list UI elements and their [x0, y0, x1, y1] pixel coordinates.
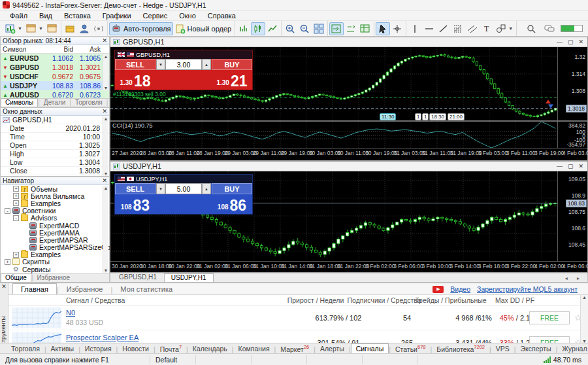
- channel-button[interactable]: [465, 22, 480, 35]
- chevron-down-icon[interactable]: ▼: [508, 26, 513, 31]
- column-header[interactable]: Символ: [1, 46, 48, 53]
- navigator-item[interactable]: ExpertMACD: [1, 222, 109, 229]
- menu-item[interactable]: Справка: [202, 11, 242, 20]
- column-header[interactable]: Bid: [48, 46, 75, 53]
- navigator-item[interactable]: +Examples: [1, 200, 109, 207]
- signal-row[interactable]: N048 033 USD613.79% / 102544 968 /61%45%…: [8, 305, 580, 330]
- toolbox-tab-Активы[interactable]: Активы: [46, 344, 79, 353]
- status-latency[interactable]: 48.70 ms: [553, 356, 581, 364]
- market-watch-row[interactable]: ▼USDCHF0.96720.9675: [1, 72, 109, 81]
- tab-Торговля[interactable]: Торговля: [71, 99, 106, 107]
- navigator-item[interactable]: ⚙Сервисы: [1, 266, 109, 273]
- buy-price[interactable]: 10886: [212, 194, 252, 214]
- usdjpy-chart-body[interactable]: 109.05108.9108.75108.6108.45108.8330 Jan…: [110, 171, 587, 272]
- vline-button[interactable]: [408, 22, 422, 35]
- menu-item[interactable]: Вставка: [58, 11, 97, 20]
- candle-chart-button[interactable]: [251, 22, 265, 35]
- text-tool-button[interactable]: T: [480, 22, 494, 35]
- toolbox-tab-Торговля[interactable]: Торговля: [7, 344, 44, 353]
- one-click-header[interactable]: GBPUSD,H1: [115, 50, 252, 59]
- tab-Избранное[interactable]: Избранное: [33, 274, 74, 282]
- toolbox-tab-Сигналы[interactable]: Сигналы: [351, 343, 389, 353]
- person-button[interactable]: [77, 22, 91, 35]
- sell-button[interactable]: SELL: [115, 59, 155, 70]
- buy-button[interactable]: BUY: [212, 183, 252, 194]
- crosshair-button[interactable]: [390, 22, 404, 35]
- new-chart-button[interactable]: ▼: [3, 22, 24, 35]
- cursor-button[interactable]: [376, 22, 390, 35]
- minimize-icon[interactable]: —: [557, 163, 563, 169]
- sell-button[interactable]: SELL: [115, 183, 155, 194]
- video-icon[interactable]: ▶: [433, 286, 444, 293]
- video-link[interactable]: Видео: [450, 285, 470, 293]
- toolbox-tab-Алерты[interactable]: Алерты: [316, 344, 349, 353]
- toolbox-tab-Библиотека[interactable]: Библиотека7202: [432, 343, 489, 354]
- favorite-star-icon[interactable]: ☆: [574, 313, 580, 322]
- volume-input[interactable]: 3.00: [165, 59, 202, 70]
- expand-icon[interactable]: +: [13, 252, 19, 258]
- market-watch-row[interactable]: ▼GBPUSD1.30181.3021: [1, 63, 109, 72]
- market-watch-row[interactable]: ▲EURUSD1.10621.1065: [1, 54, 109, 63]
- search-button[interactable]: [524, 22, 538, 35]
- expand-icon[interactable]: +: [13, 193, 19, 199]
- chart-tab-scroll-arrows[interactable]: ◂ ▸: [561, 275, 587, 282]
- hline-button[interactable]: [422, 22, 436, 35]
- shapes-button[interactable]: ▼: [494, 22, 515, 35]
- toolbox-tab-Статьи[interactable]: Статьи678: [391, 343, 431, 354]
- toolbox-tab-Новости[interactable]: Новости: [118, 344, 154, 353]
- profiles-button[interactable]: [45, 22, 59, 35]
- fibo-button[interactable]: [451, 22, 465, 35]
- chart-tab-GBPUSD,H1[interactable]: GBPUSD,H1: [112, 273, 164, 282]
- collapse-icon[interactable]: -: [5, 208, 10, 214]
- open-position-label[interactable]: #113192303 sell 3.00: [113, 91, 166, 97]
- volume-up-button[interactable]: ▲: [202, 183, 211, 194]
- one-click-header[interactable]: USDJPY,H1: [115, 175, 252, 183]
- toolbox-tab-Почта[interactable]: Почта7: [155, 343, 186, 354]
- menu-item[interactable]: Окно: [173, 11, 202, 20]
- signals-tab-1[interactable]: Избранное: [59, 284, 111, 294]
- sell-price[interactable]: 1.3018: [115, 70, 155, 90]
- chevron-down-icon[interactable]: ▼: [18, 26, 22, 31]
- buy-price[interactable]: 1.3021: [212, 70, 252, 90]
- zoom-in-button[interactable]: [283, 22, 297, 35]
- navigator-item[interactable]: -Advisors: [1, 215, 109, 222]
- chart-window-titlebar[interactable]: USDJPY,H1 —▢✕: [110, 162, 587, 171]
- volume-down-button[interactable]: ▼: [156, 59, 165, 70]
- signals-tab-2[interactable]: Моя статистика: [112, 284, 180, 294]
- line-chart-button[interactable]: [265, 22, 280, 35]
- toolbox-tab-Эксперты[interactable]: Эксперты: [516, 344, 556, 353]
- menu-item[interactable]: Графики: [97, 11, 137, 20]
- chevron-down-icon[interactable]: ▼: [39, 26, 43, 31]
- toolbox-tab-Маркет[interactable]: Маркет26: [276, 343, 314, 354]
- signal-name-link[interactable]: N0: [66, 309, 75, 317]
- wallet-button[interactable]: [63, 22, 77, 35]
- navigator-item[interactable]: +Examples: [1, 251, 109, 258]
- signals-scrollbar[interactable]: ▲▼: [580, 295, 588, 343]
- toolbox-tab-Компания[interactable]: Компания: [234, 344, 274, 353]
- signals-column-label[interactable]: Сигнал / Средства: [66, 296, 125, 304]
- toolbox-tab-История[interactable]: История: [80, 344, 116, 353]
- expand-icon[interactable]: +: [13, 200, 19, 206]
- auto-scroll-button[interactable]: [344, 22, 358, 35]
- expand-icon[interactable]: +: [13, 186, 19, 192]
- market-watch-scrollbar[interactable]: ▲▼: [103, 54, 108, 90]
- new-order-button[interactable]: Новый ордер: [173, 22, 234, 35]
- navigator-scrollbar[interactable]: ▲▼: [103, 186, 108, 273]
- signal-button[interactable]: [91, 22, 106, 35]
- close-icon[interactable]: ✕: [102, 109, 107, 114]
- chat-button[interactable]: [542, 22, 557, 35]
- signals-column-label[interactable]: Max DD / PF: [472, 296, 557, 304]
- volume-up-button[interactable]: ▲: [202, 59, 211, 70]
- maximize-icon[interactable]: ▢: [568, 39, 574, 45]
- chart-shift-button[interactable]: [329, 22, 344, 35]
- navigator-item[interactable]: -Советники: [1, 207, 109, 215]
- buy-button[interactable]: BUY: [212, 59, 252, 70]
- bar-chart-button[interactable]: [237, 22, 251, 35]
- navigator-item[interactable]: +Скрипты: [1, 258, 109, 266]
- signals-tab-0[interactable]: Главная: [12, 283, 57, 294]
- market-watch-row[interactable]: ▲USDJPY108.83108.86: [1, 81, 109, 90]
- close-icon[interactable]: ✕: [578, 163, 583, 169]
- toolbox-tab-VPS[interactable]: VPS: [491, 344, 514, 353]
- free-subscribe-button[interactable]: FREE: [529, 311, 570, 324]
- chart-window-titlebar[interactable]: GBPUSD,H1 —▢✕: [110, 37, 587, 47]
